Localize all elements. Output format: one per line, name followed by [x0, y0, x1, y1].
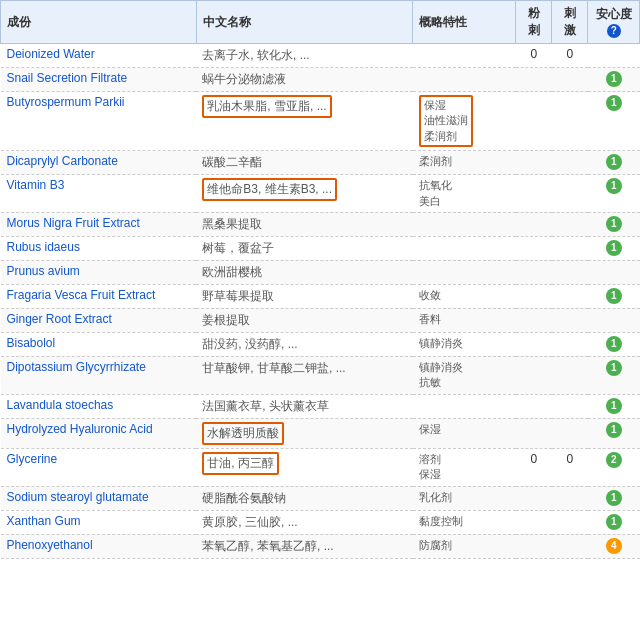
ingredient-name[interactable]: Phenoxyethanol: [1, 534, 197, 558]
highlighted-chinese: 水解透明质酸: [202, 422, 284, 445]
ingredient-link[interactable]: Vitamin B3: [7, 178, 65, 192]
ingredient-name[interactable]: Hydrolyzed Hyaluronic Acid: [1, 418, 197, 448]
safety-level-badge[interactable]: 2: [606, 452, 622, 468]
chinese-name: 碳酸二辛酯: [196, 151, 412, 175]
ingredient-name[interactable]: Vitamin B3: [1, 175, 197, 213]
safety-badge: 1: [588, 236, 640, 260]
safety-badge: 4: [588, 534, 640, 558]
irritant-value: [552, 212, 588, 236]
safety-level-badge[interactable]: 1: [606, 95, 622, 111]
safety-level-badge[interactable]: 1: [606, 178, 622, 194]
ingredient-name[interactable]: Ginger Root Extract: [1, 308, 197, 332]
table-row: Butyrospermum Parkii乳油木果脂, 雪亚脂, ...保湿 油性…: [1, 92, 640, 151]
ingredient-name[interactable]: Lavandula stoechas: [1, 394, 197, 418]
overview-text: [413, 394, 516, 418]
ingredient-link[interactable]: Rubus idaeus: [7, 240, 80, 254]
ingredient-link[interactable]: Phenoxyethanol: [7, 538, 93, 552]
safety-badge: 1: [588, 92, 640, 151]
ingredient-name[interactable]: Bisabolol: [1, 332, 197, 356]
powder-value: [516, 356, 552, 394]
safety-level-badge[interactable]: 4: [606, 538, 622, 554]
safety-level-badge[interactable]: 1: [606, 288, 622, 304]
powder-value: [516, 175, 552, 213]
irritant-value: 0: [552, 44, 588, 68]
ingredient-name[interactable]: Dipotassium Glycyrrhizate: [1, 356, 197, 394]
ingredient-name[interactable]: Rubus idaeus: [1, 236, 197, 260]
overview-text: 防腐剂: [413, 534, 516, 558]
help-icon[interactable]: ?: [607, 24, 621, 38]
overview-text: [413, 68, 516, 92]
safety-badge: 1: [588, 510, 640, 534]
ingredient-name[interactable]: Butyrospermum Parkii: [1, 92, 197, 151]
ingredient-link[interactable]: Bisabolol: [7, 336, 56, 350]
irritant-value: [552, 510, 588, 534]
overview-text: 镇静消炎 抗敏: [413, 356, 516, 394]
table-row: Prunus avium欧洲甜樱桃: [1, 260, 640, 284]
ingredient-link[interactable]: Prunus avium: [7, 264, 80, 278]
ingredient-link[interactable]: Morus Nigra Fruit Extract: [7, 216, 140, 230]
ingredient-link[interactable]: Dipotassium Glycyrrhizate: [7, 360, 146, 374]
safety-level-badge[interactable]: 1: [606, 240, 622, 256]
ingredient-link[interactable]: Deionized Water: [7, 47, 95, 61]
overview-text: [413, 236, 516, 260]
safety-level-badge[interactable]: 1: [606, 514, 622, 530]
ingredient-name[interactable]: Morus Nigra Fruit Extract: [1, 212, 197, 236]
ingredient-name[interactable]: Glycerine: [1, 448, 197, 486]
irritant-value: [552, 394, 588, 418]
ingredient-name[interactable]: Xanthan Gum: [1, 510, 197, 534]
ingredient-name[interactable]: Dicaprylyl Carbonate: [1, 151, 197, 175]
ingredient-name[interactable]: Prunus avium: [1, 260, 197, 284]
ingredient-link[interactable]: Dicaprylyl Carbonate: [7, 154, 118, 168]
table-row: Sodium stearoyl glutamate硬脂酰谷氨酸钠乳化剂1: [1, 486, 640, 510]
safety-level-badge[interactable]: 1: [606, 216, 622, 232]
safety-level-badge[interactable]: 1: [606, 360, 622, 376]
overview-text: 乳化剂: [413, 486, 516, 510]
safety-level-badge[interactable]: 1: [606, 154, 622, 170]
header-irritant: 刺激: [552, 1, 588, 44]
ingredients-table-container: 成份 中文名称 概略特性 粉刺 刺激 安心度 ? Deionized Water…: [0, 0, 640, 559]
safety-level-badge[interactable]: 1: [606, 71, 622, 87]
safety-badge: 1: [588, 332, 640, 356]
ingredient-link[interactable]: Glycerine: [7, 452, 58, 466]
chinese-name: 树莓，覆盆子: [196, 236, 412, 260]
chinese-name: 水解透明质酸: [196, 418, 412, 448]
irritant-value: [552, 332, 588, 356]
safety-badge: 1: [588, 175, 640, 213]
safety-level-badge[interactable]: 1: [606, 336, 622, 352]
irritant-value: [552, 151, 588, 175]
safety-level-badge[interactable]: 1: [606, 490, 622, 506]
table-row: Ginger Root Extract姜根提取香料: [1, 308, 640, 332]
overview-text: 黏度控制: [413, 510, 516, 534]
irritant-value: [552, 175, 588, 213]
overview-text: 柔润剂: [413, 151, 516, 175]
irritant-value: [552, 308, 588, 332]
chinese-name: 法国薰衣草, 头状薰衣草: [196, 394, 412, 418]
powder-value: [516, 260, 552, 284]
ingredient-link[interactable]: Sodium stearoyl glutamate: [7, 490, 149, 504]
ingredient-link[interactable]: Ginger Root Extract: [7, 312, 112, 326]
ingredient-link[interactable]: Butyrospermum Parkii: [7, 95, 125, 109]
safety-level-badge[interactable]: 1: [606, 422, 622, 438]
table-row: Phenoxyethanol苯氧乙醇, 苯氧基乙醇, ...防腐剂4: [1, 534, 640, 558]
ingredient-name[interactable]: Snail Secretion Filtrate: [1, 68, 197, 92]
ingredient-link[interactable]: Hydrolyzed Hyaluronic Acid: [7, 422, 153, 436]
powder-value: [516, 284, 552, 308]
ingredient-name[interactable]: Deionized Water: [1, 44, 197, 68]
ingredient-link[interactable]: Fragaria Vesca Fruit Extract: [7, 288, 156, 302]
safety-level-badge[interactable]: 1: [606, 398, 622, 414]
ingredient-name[interactable]: Fragaria Vesca Fruit Extract: [1, 284, 197, 308]
powder-value: [516, 236, 552, 260]
table-row: Vitamin B3维他命B3, 维生素B3, ...抗氧化 美白1: [1, 175, 640, 213]
ingredient-link[interactable]: Lavandula stoechas: [7, 398, 114, 412]
ingredient-name[interactable]: Sodium stearoyl glutamate: [1, 486, 197, 510]
ingredient-link[interactable]: Snail Secretion Filtrate: [7, 71, 128, 85]
powder-value: [516, 418, 552, 448]
chinese-name: 维他命B3, 维生素B3, ...: [196, 175, 412, 213]
irritant-value: [552, 236, 588, 260]
safety-badge: 1: [588, 418, 640, 448]
ingredient-link[interactable]: Xanthan Gum: [7, 514, 81, 528]
ingredients-table: 成份 中文名称 概略特性 粉刺 刺激 安心度 ? Deionized Water…: [0, 0, 640, 559]
irritant-value: [552, 92, 588, 151]
chinese-name: 硬脂酰谷氨酸钠: [196, 486, 412, 510]
overview-text: 保湿 油性滋润 柔润剂: [413, 92, 516, 151]
